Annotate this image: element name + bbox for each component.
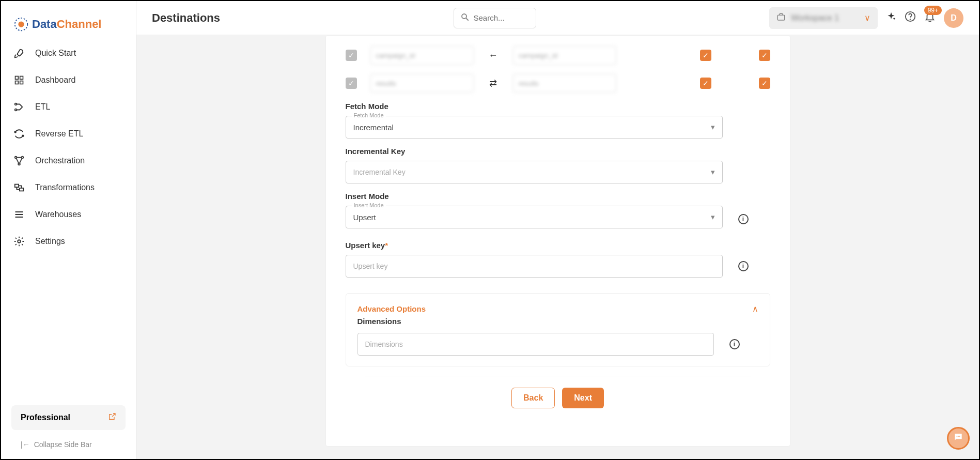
incremental-key-placeholder: Incremental Key [353, 168, 406, 176]
svg-point-23 [910, 19, 911, 20]
svg-point-25 [958, 436, 959, 437]
sidebar-item-label: Reverse ETL [35, 129, 83, 139]
chat-icon [953, 432, 963, 445]
svg-rect-21 [777, 15, 785, 20]
chat-fab[interactable] [947, 427, 970, 450]
chevron-down-icon: ∨ [864, 13, 870, 23]
sidebar-item-label: Dashboard [35, 75, 75, 85]
sidebar-item-label: Quick Start [35, 49, 76, 58]
chevron-down-icon: ▾ [711, 167, 715, 177]
sidebar-item-settings[interactable]: Settings [13, 236, 123, 247]
svg-point-12 [18, 163, 20, 165]
info-icon[interactable]: i [738, 214, 749, 224]
fetch-mode-label: Fetch Mode [346, 102, 770, 111]
brand-logo: DataChannel [1, 11, 136, 48]
insert-mode-select[interactable]: Upsert ▾ [346, 206, 723, 228]
notifications-button[interactable]: 99+ [924, 11, 936, 25]
svg-point-26 [959, 436, 960, 437]
arrow-left-icon: ← [487, 50, 500, 61]
back-button[interactable]: Back [511, 388, 555, 408]
mapping-row: ✓ ← ✓ ✓ [346, 46, 770, 65]
sidebar-item-dashboard[interactable]: Dashboard [13, 74, 123, 86]
sidebar-item-reverse-etl[interactable]: Reverse ETL [13, 128, 123, 140]
workspace-name: Workspace 1 [791, 13, 839, 23]
sidebar-item-label: Orchestration [35, 156, 85, 165]
help-icon[interactable] [905, 11, 916, 25]
fetch-mode-value: Incremental [353, 123, 394, 132]
sidebar-item-label: Transformations [35, 183, 95, 192]
transformations-icon [13, 182, 25, 193]
svg-point-18 [18, 240, 21, 243]
mapping-source-input[interactable] [370, 74, 474, 93]
plan-label: Professional [21, 413, 70, 422]
avatar[interactable]: D [944, 8, 963, 28]
mapping-toggle-2[interactable]: ✓ [759, 50, 770, 61]
sidebar-item-transformations[interactable]: Transformations [13, 182, 123, 193]
avatar-letter: D [951, 13, 957, 23]
svg-rect-5 [20, 81, 23, 84]
workspace-dropdown[interactable]: Workspace 1 ∨ [769, 7, 878, 29]
svg-point-8 [14, 131, 16, 133]
notification-badge: 99+ [924, 6, 942, 15]
svg-point-7 [15, 109, 17, 111]
dashboard-icon [13, 74, 25, 86]
sidebar-item-label: ETL [35, 102, 50, 112]
sidebar-item-label: Warehouses [35, 210, 81, 219]
page-title: Destinations [152, 11, 220, 25]
mapping-toggle-1[interactable]: ✓ [700, 50, 711, 61]
collapse-sidebar-button[interactable]: |← Collapse Side Bar [11, 440, 126, 449]
search-box[interactable] [454, 8, 536, 28]
plan-box[interactable]: Professional [11, 405, 126, 430]
insert-mode-label: Insert Mode [346, 192, 770, 201]
incremental-key-label: Incremental Key [346, 147, 770, 156]
mapping-checkbox[interactable]: ✓ [346, 50, 357, 61]
mapping-toggle-2[interactable]: ✓ [759, 78, 770, 89]
collapse-icon: |← [21, 440, 30, 449]
sidebar-item-label: Settings [35, 237, 65, 246]
svg-rect-4 [15, 81, 19, 84]
incremental-key-select[interactable]: Incremental Key ▾ [346, 161, 723, 183]
svg-point-10 [15, 157, 17, 159]
sparkle-icon[interactable] [886, 11, 896, 24]
svg-rect-13 [15, 185, 19, 188]
search-icon [460, 12, 470, 24]
sidebar-item-warehouses[interactable]: Warehouses [13, 209, 123, 220]
info-icon[interactable]: i [729, 339, 740, 349]
svg-point-24 [957, 436, 958, 437]
sidebar-item-etl[interactable]: ETL [13, 101, 123, 113]
mapping-source-input[interactable] [370, 46, 474, 65]
orchestration-icon [13, 155, 25, 166]
mapping-target-input[interactable] [513, 46, 616, 65]
upsert-key-input[interactable] [346, 255, 723, 278]
dimensions-input[interactable] [357, 333, 714, 356]
sidebar-item-orchestration[interactable]: Orchestration [13, 155, 123, 166]
logo-text-suffix: Channel [57, 18, 102, 30]
advanced-options-panel: Advanced Options ∧ Dimensions i [346, 293, 770, 366]
upsert-key-label: Upsert key* [346, 241, 770, 250]
workspace-icon [776, 12, 786, 24]
dimensions-label: Dimensions [357, 317, 758, 326]
mapping-checkbox[interactable]: ✓ [346, 78, 357, 89]
svg-rect-14 [20, 188, 23, 191]
advanced-options-toggle[interactable]: Advanced Options ∧ [357, 304, 758, 314]
chevron-up-icon: ∧ [752, 304, 758, 314]
mapping-target-input[interactable] [513, 74, 616, 93]
sidebar-item-quick-start[interactable]: Quick Start [13, 48, 123, 59]
next-button[interactable]: Next [562, 388, 604, 408]
chevron-down-icon: ▾ [711, 212, 715, 222]
reverse-etl-icon [13, 128, 25, 140]
svg-rect-3 [20, 76, 23, 80]
svg-rect-2 [15, 76, 19, 80]
external-link-icon [108, 412, 116, 423]
gear-icon [13, 236, 25, 247]
swap-icon: ⇄ [487, 78, 500, 89]
fetch-mode-select[interactable]: Incremental ▾ [346, 116, 723, 139]
etl-icon [13, 101, 25, 113]
mapping-toggle-1[interactable]: ✓ [700, 78, 711, 89]
rocket-icon [13, 48, 25, 59]
search-input[interactable] [474, 13, 530, 22]
advanced-options-title: Advanced Options [357, 304, 426, 313]
info-icon[interactable]: i [738, 261, 749, 271]
chevron-down-icon: ▾ [711, 122, 715, 132]
logo-icon [13, 17, 29, 32]
